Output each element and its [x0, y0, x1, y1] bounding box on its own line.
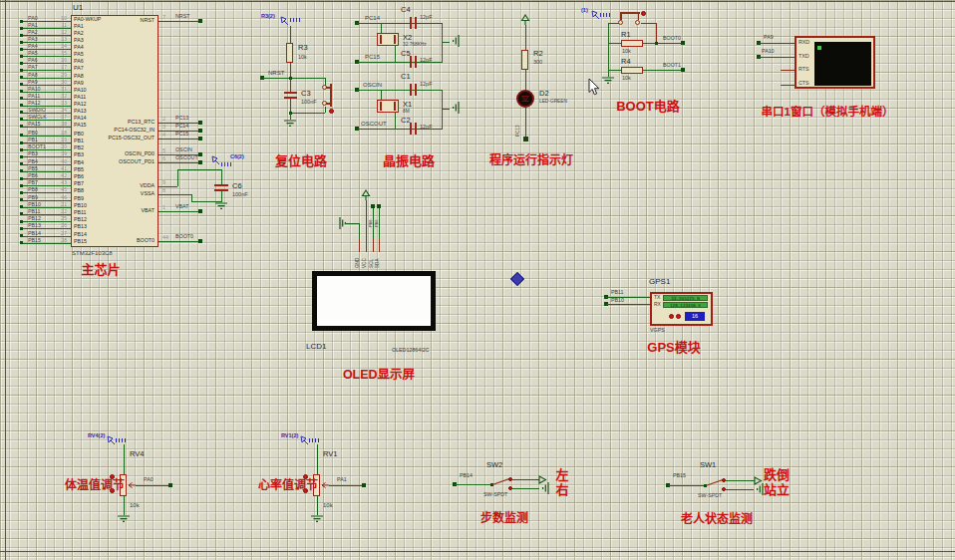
- terminal-pin-label: CTS: [798, 81, 809, 86]
- resistor-value: 10k: [622, 76, 631, 82]
- pin-name: VDDA: [77, 183, 155, 188]
- net-label: PB4: [28, 159, 38, 164]
- pin-number: 45: [47, 187, 67, 192]
- button-state-dot[interactable]: [329, 109, 334, 114]
- capacitor-plate[interactable]: [284, 92, 297, 94]
- chip-ref: U1: [73, 4, 83, 12]
- terminal-square: [198, 121, 202, 125]
- net-label: PB6: [28, 173, 38, 178]
- wire: [124, 444, 125, 474]
- wire: [379, 208, 380, 239]
- crystal-ref: X2: [403, 34, 412, 42]
- net-label: BOOT0: [663, 36, 681, 41]
- pin-number: 7: [162, 15, 165, 20]
- pin-number: 34: [47, 108, 67, 113]
- capacitor-plate[interactable]: [410, 84, 412, 96]
- wire: [643, 70, 683, 71]
- chip-pin-row: PA5 15 PA5: [21, 53, 160, 60]
- pin-number: 38: [47, 122, 67, 127]
- pin-number: 32: [47, 94, 67, 99]
- net-label: PA9: [764, 35, 774, 40]
- button-tick: [638, 13, 640, 20]
- wire: [525, 70, 526, 90]
- resistor-r4[interactable]: [621, 67, 643, 74]
- pin-stub: [781, 85, 795, 86]
- net-label: BOOT1: [28, 144, 46, 149]
- wire: [317, 496, 318, 515]
- chip-pin-row: PA2 12 PA2: [21, 32, 160, 39]
- terminal-pin-label: RXD: [798, 40, 809, 45]
- pin-name: PA5: [74, 52, 84, 57]
- net-label-vertical: PB8: [369, 211, 373, 227]
- switch-option-bottom: 站立: [762, 483, 792, 497]
- cap-ref: C6: [232, 182, 242, 190]
- pin-name: PB5: [74, 167, 84, 172]
- crystal-freq: 8M: [403, 110, 410, 115]
- pin-number: 33: [47, 101, 67, 106]
- wire: [221, 191, 222, 202]
- pin-number: 8: [162, 188, 165, 193]
- pot-heart-caption: 心率值调节: [251, 479, 325, 492]
- pot-ref: RV4: [130, 450, 144, 458]
- resistor-r2[interactable]: [521, 50, 528, 70]
- wire: [525, 25, 526, 50]
- led-part: LED-GREEN: [539, 100, 567, 105]
- button-tick: [326, 87, 331, 89]
- gps-caption: GPS模块: [639, 341, 709, 355]
- reset-caption: 复位电路: [259, 154, 343, 168]
- capacitor-plate[interactable]: [410, 17, 412, 29]
- net-label: PA2: [28, 30, 38, 35]
- gps-button[interactable]: [676, 314, 681, 319]
- net-label: PB7: [28, 180, 38, 185]
- pin-number: 14: [47, 44, 67, 49]
- net-label: PC15: [365, 54, 380, 60]
- oled-pin-label: VCC: [363, 254, 368, 268]
- ground-icon: [215, 202, 227, 210]
- resistor-r3[interactable]: [286, 43, 293, 63]
- power-net-dashes: [116, 438, 128, 442]
- capacitor-plate[interactable]: [415, 17, 417, 29]
- gps-badge[interactable]: 16: [685, 312, 705, 321]
- capacitor-plate[interactable]: [415, 56, 417, 68]
- wire: [641, 23, 656, 24]
- capacitor-plate[interactable]: [415, 123, 417, 135]
- pin-name: PC14-OSC32_IN: [77, 128, 155, 133]
- net-label: PC15: [175, 132, 188, 137]
- terminal-square: [198, 239, 202, 243]
- net-label: OSCOUT: [361, 121, 387, 127]
- net-label: OSCIN: [175, 147, 192, 152]
- net-label: PA15: [28, 122, 41, 127]
- wire: [608, 70, 621, 71]
- pin-name: PA11: [74, 95, 86, 100]
- pin-number: 39: [47, 151, 67, 156]
- crystal-plate: [394, 35, 396, 44]
- pin-number: 28: [47, 238, 67, 243]
- pin-name: PB12: [74, 217, 87, 222]
- terminal-pin-label: RTS: [798, 67, 809, 72]
- resistor-ref: R3: [298, 44, 308, 52]
- wire: [159, 186, 177, 187]
- capacitor-plate[interactable]: [214, 184, 228, 186]
- pin-number: 46: [47, 195, 67, 200]
- pin-number: 12: [47, 30, 67, 35]
- ground-icon: [602, 77, 614, 85]
- net-label: PB14: [28, 231, 41, 236]
- pin-number: 10: [47, 16, 67, 21]
- net-label: PB8: [28, 187, 38, 192]
- pin-number: 13: [47, 37, 67, 42]
- pin-number: 17: [47, 65, 67, 70]
- net-label: PC13: [175, 116, 188, 121]
- terminal-square: [198, 137, 202, 140]
- chip-pin-row: PA11 32 PA11: [21, 95, 160, 102]
- cap-ref: C2: [401, 117, 411, 125]
- mouse-cursor: [588, 78, 601, 97]
- wire: [525, 108, 526, 138]
- wire: [159, 241, 200, 242]
- button-state-dot[interactable]: [641, 11, 646, 16]
- resistor-r1[interactable]: [621, 40, 643, 47]
- pin-name: PC15-OSC32_OUT: [77, 136, 155, 140]
- terminal-square: [198, 19, 202, 23]
- wire: [345, 223, 359, 224]
- gps-button[interactable]: [669, 314, 674, 319]
- capacitor-plate[interactable]: [415, 84, 417, 96]
